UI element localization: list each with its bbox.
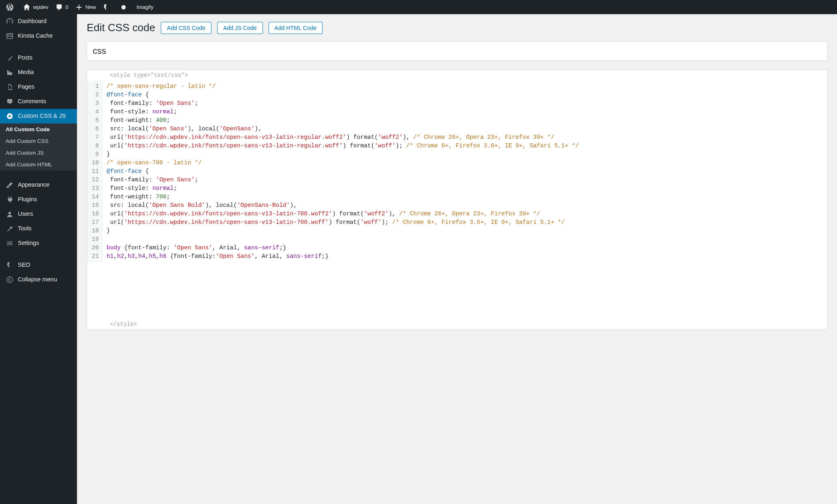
comments-link[interactable]: 0 [52,0,72,14]
comments-icon [6,98,14,106]
yoast-link[interactable] [99,0,116,14]
sub-add-custom-js[interactable]: Add Custom JS [0,147,77,159]
sidebar-item-collapse[interactable]: Collapse menu [0,272,77,287]
main-content: Edit CSS code Add CSS Code Add JS Code A… [77,14,837,504]
comments-count: 0 [66,4,68,10]
sidebar-item-tools[interactable]: Tools [0,221,77,236]
sidebar-item-label: Dashboard [18,17,47,26]
sidebar-item-kinsta[interactable]: Kinsta Cache [0,29,77,43]
new-label: New [85,4,96,10]
seo-icon [6,261,14,269]
yoast-icon [102,3,111,11]
sidebar-item-dashboard[interactable]: Dashboard [0,14,77,29]
sidebar-item-settings[interactable]: Settings [0,236,77,251]
code-editor[interactable]: <style type="text/css"> 1234567891011121… [87,70,827,330]
editor-closing-tag: </style> [87,319,827,330]
brush-icon [6,181,14,189]
sidebar-item-label: Media [18,68,34,77]
editor-code[interactable]: /* open-sans-regular - latin */@font-fac… [102,81,827,262]
sidebar-item-label: Appearance [18,181,49,189]
site-link[interactable]: wpdev [19,0,52,14]
collapse-icon [6,276,14,284]
sidebar-item-label: Pages [18,83,34,91]
pages-icon [6,83,14,91]
svg-point-5 [9,212,11,214]
page-header: Edit CSS code Add CSS Code Add JS Code A… [87,21,827,34]
circle-icon [120,3,128,11]
imagify-label: Imagify [137,4,154,10]
sidebar-item-label: Tools [18,225,32,233]
svg-point-6 [7,277,13,283]
sidebar-submenu: All Custom Code Add Custom CSS Add Custo… [0,123,77,170]
svg-rect-1 [7,34,13,39]
sidebar-item-plugins[interactable]: Plugins [0,192,77,207]
sub-all-custom-code[interactable]: All Custom Code [0,123,77,135]
add-html-code-button[interactable]: Add HTML Code [269,22,323,34]
sidebar-item-label: Collapse menu [18,276,57,284]
sidebar-item-label: Posts [18,54,32,62]
plus-circle-icon [6,112,14,120]
admin-sidebar: Dashboard Kinsta Cache Posts Media Pages… [0,14,77,504]
sidebar-item-comments[interactable]: Comments [0,94,77,109]
sidebar-item-label: Kinsta Cache [18,32,53,40]
svg-point-0 [121,5,126,9]
site-name: wpdev [33,4,49,10]
sidebar-item-appearance[interactable]: Appearance [0,178,77,192]
sidebar-item-seo[interactable]: SEO [0,258,77,272]
sidebar-item-label: SEO [18,261,30,269]
wordpress-icon [6,3,14,11]
comment-icon [55,3,63,11]
sub-add-custom-css[interactable]: Add Custom CSS [0,135,77,147]
sidebar-item-custom-css-js[interactable]: Custom CSS & JS [0,109,77,123]
imagify-link[interactable]: Imagify [133,0,157,14]
code-title-input[interactable]: css [87,41,827,61]
media-icon [6,68,14,77]
sidebar-item-label: Custom CSS & JS [18,112,66,120]
sidebar-item-posts[interactable]: Posts [0,51,77,65]
add-css-code-button[interactable]: Add CSS Code [161,22,211,34]
add-js-code-button[interactable]: Add JS Code [217,22,263,34]
editor-gutter: 123456789101112131415161718192021 [87,81,102,262]
user-icon [6,210,14,218]
sliders-icon [6,239,14,247]
editor-opening-tag: <style type="text/css"> [87,70,827,81]
sidebar-item-users[interactable]: Users [0,207,77,221]
new-link[interactable]: New [72,0,99,14]
wrench-icon [6,225,14,233]
pin-icon [6,54,14,62]
sidebar-item-media[interactable]: Media [0,65,77,80]
plugin-icon [6,196,14,204]
sidebar-item-label: Users [18,210,33,218]
dashboard-icon [6,17,14,26]
sidebar-item-pages[interactable]: Pages [0,80,77,94]
sidebar-item-label: Settings [18,239,39,247]
home-icon [23,3,31,11]
kinsta-icon [6,32,14,40]
sub-add-custom-html[interactable]: Add Custom HTML [0,159,77,170]
sidebar-item-label: Comments [18,98,46,106]
wp-logo[interactable] [2,0,19,14]
admin-topbar: wpdev 0 New Imagify [0,0,837,14]
sidebar-item-label: Plugins [18,196,37,204]
plus-icon [75,3,83,11]
status-dot[interactable] [116,0,133,14]
page-title: Edit CSS code [87,21,155,34]
